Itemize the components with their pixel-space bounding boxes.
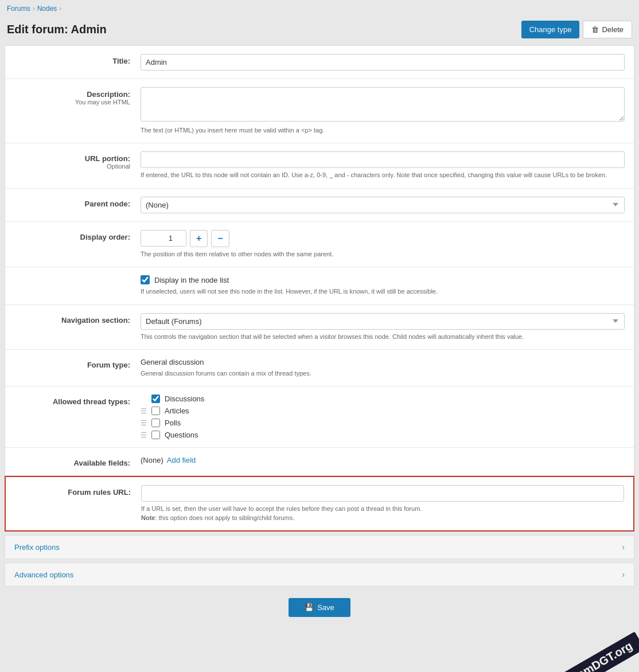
- available-fields-none: (None): [141, 456, 163, 464]
- display-order-hint: The position of this item relative to ot…: [141, 250, 625, 259]
- prefix-options-title: Prefix options: [14, 543, 60, 552]
- available-fields-content: (None) Add field: [141, 456, 625, 464]
- forum-rules-url-note: Note: [141, 514, 155, 521]
- url-portion-row: URL portion: Optional If entered, the UR…: [5, 143, 634, 188]
- prefix-options-header[interactable]: Prefix options ›: [5, 536, 634, 558]
- display-in-list-content: Display in the node list If unselected, …: [141, 275, 625, 296]
- save-icon: 💾: [305, 603, 314, 612]
- navigation-section-content: Default (Forums) This controls the navig…: [141, 313, 625, 341]
- navigation-section-row: Navigation section: Default (Forums) Thi…: [5, 305, 634, 350]
- forum-rules-inner: Forum rules URL: If a URL is set, then t…: [15, 485, 624, 522]
- navigation-section-select[interactable]: Default (Forums): [141, 313, 625, 330]
- display-in-list-checkbox[interactable]: [141, 275, 150, 284]
- parent-node-content: (None): [141, 197, 625, 213]
- description-hint: The text (or HTML) you insert here must …: [141, 126, 625, 135]
- header-actions: Change type 🗑 Delete: [521, 21, 632, 38]
- thread-type-questions-label: Questions: [165, 431, 198, 439]
- display-in-list-label-col: [14, 275, 141, 278]
- form-container: Title: Description: You may use HTML The…: [5, 45, 634, 476]
- parent-node-label: Parent node:: [14, 197, 141, 208]
- drag-handle-articles[interactable]: ☰: [141, 407, 147, 415]
- url-portion-sub: Optional: [14, 163, 130, 170]
- display-order-content: + − The position of this item relative t…: [141, 230, 625, 259]
- allowed-thread-types-content: ☰ Discussions ☰ Articles ☰ Polls: [141, 394, 625, 439]
- advanced-options-arrow: ›: [622, 570, 625, 579]
- description-sub: You may use HTML: [14, 99, 130, 106]
- title-input[interactable]: [141, 54, 625, 71]
- save-bar: 💾 Save: [0, 590, 639, 625]
- display-in-list-row: Display in the node list If unselected, …: [5, 267, 634, 304]
- navigation-section-hint: This controls the navigation section tha…: [141, 333, 625, 341]
- available-fields-label: Available fields:: [14, 456, 141, 467]
- thread-type-polls-label: Polls: [165, 419, 181, 427]
- save-button[interactable]: 💾 Save: [289, 598, 350, 617]
- change-type-button[interactable]: Change type: [521, 21, 580, 38]
- forum-type-label: Forum type:: [14, 358, 141, 369]
- display-order-minus-button[interactable]: −: [211, 230, 229, 247]
- display-order-controls: + −: [141, 230, 625, 247]
- save-label: Save: [317, 603, 334, 612]
- thread-type-questions-checkbox[interactable]: [151, 431, 160, 439]
- thread-type-articles-checkbox[interactable]: [151, 407, 160, 415]
- title-label: Title:: [14, 54, 141, 65]
- forum-type-row: Forum type: General discussion General d…: [5, 350, 634, 386]
- page-header: Edit forum: Admin Change type 🗑 Delete: [0, 17, 639, 45]
- description-label: Description: You may use HTML: [14, 87, 141, 106]
- breadcrumb: Forums › Nodes ›: [0, 0, 639, 17]
- thread-type-articles-label: Articles: [165, 407, 189, 415]
- url-portion-hint: If entered, the URL to this node will no…: [141, 171, 625, 179]
- display-in-list-checkbox-row: Display in the node list: [141, 275, 625, 284]
- url-portion-label: URL portion: Optional: [14, 151, 141, 170]
- display-in-list-hint: If unselected, users will not see this n…: [141, 287, 625, 296]
- delete-button[interactable]: 🗑 Delete: [583, 21, 632, 38]
- display-order-plus-button[interactable]: +: [190, 230, 208, 247]
- display-in-list-checkbox-label: Display in the node list: [154, 276, 229, 284]
- breadcrumb-forums[interactable]: Forums: [7, 5, 30, 13]
- parent-node-row: Parent node: (None): [5, 189, 634, 222]
- drag-handle-polls[interactable]: ☰: [141, 419, 147, 427]
- thread-type-discussions-checkbox[interactable]: [151, 394, 160, 403]
- forum-rules-url-note-text: : this option does not apply to sibling/…: [155, 514, 294, 521]
- forum-rules-section: Forum rules URL: If a URL is set, then t…: [5, 476, 634, 532]
- thread-types-list: ☰ Discussions ☰ Articles ☰ Polls: [141, 394, 625, 439]
- navigation-section-label: Navigation section:: [14, 313, 141, 325]
- display-order-label: Display order:: [14, 230, 141, 241]
- url-portion-input[interactable]: [141, 151, 625, 168]
- parent-node-select[interactable]: (None): [141, 197, 625, 213]
- thread-type-polls: ☰ Polls: [141, 419, 625, 427]
- advanced-options-header[interactable]: Advanced options ›: [5, 563, 634, 586]
- forum-type-hint: General discussion forums can contain a …: [141, 369, 625, 378]
- thread-type-articles: ☰ Articles: [141, 407, 625, 415]
- forum-type-content: General discussion General discussion fo…: [141, 358, 625, 378]
- add-field-link[interactable]: Add field: [167, 456, 196, 464]
- forum-rules-url-hint: If a URL is set, then the user will have…: [141, 505, 624, 522]
- url-portion-content: If entered, the URL to this node will no…: [141, 151, 625, 179]
- thread-type-discussions: ☰ Discussions: [141, 394, 625, 403]
- forum-rules-url-label: Forum rules URL:: [15, 485, 141, 497]
- drag-handle-questions[interactable]: ☰: [141, 431, 147, 439]
- allowed-thread-types-row: Allowed thread types: ☰ Discussions ☰ Ar…: [5, 386, 634, 448]
- title-content: [141, 54, 625, 71]
- advanced-options-section: Advanced options ›: [5, 562, 634, 587]
- page-title: Edit forum: Admin: [7, 23, 107, 36]
- allowed-thread-types-label: Allowed thread types:: [14, 394, 141, 406]
- description-content: The text (or HTML) you insert here must …: [141, 87, 625, 135]
- delete-icon: 🗑: [591, 25, 599, 34]
- forum-rules-url-input[interactable]: [141, 485, 624, 502]
- description-input[interactable]: [141, 87, 625, 122]
- prefix-options-section: Prefix options ›: [5, 535, 634, 559]
- thread-type-questions: ☰ Questions: [141, 431, 625, 439]
- display-order-input[interactable]: [141, 230, 186, 247]
- breadcrumb-nodes[interactable]: Nodes: [37, 5, 57, 13]
- display-order-row: Display order: + − The position of this …: [5, 222, 634, 267]
- available-fields-value: (None) Add field: [141, 456, 625, 464]
- forum-rules-url-content: If a URL is set, then the user will have…: [141, 485, 624, 522]
- breadcrumb-sep2: ›: [59, 5, 61, 13]
- title-row: Title:: [5, 46, 634, 79]
- advanced-options-title: Advanced options: [14, 571, 73, 579]
- breadcrumb-sep1: ›: [33, 5, 35, 13]
- thread-type-polls-checkbox[interactable]: [151, 419, 160, 427]
- thread-type-discussions-label: Discussions: [165, 394, 204, 403]
- forum-type-value: General discussion: [141, 358, 625, 366]
- description-row: Description: You may use HTML The text (…: [5, 79, 634, 143]
